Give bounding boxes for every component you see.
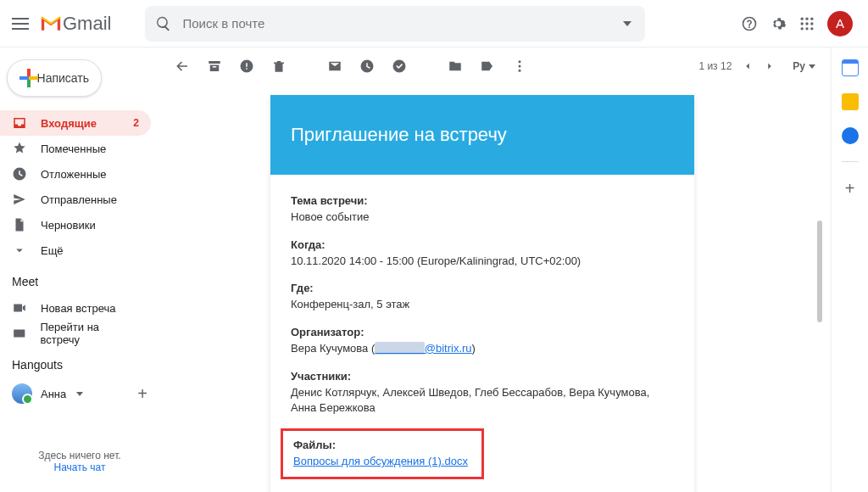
svg-point-4 (805, 22, 808, 25)
topic-value: Новое событие (291, 210, 370, 223)
meet-section-title: Meet (0, 263, 159, 295)
apps-icon[interactable] (798, 15, 815, 32)
compose-button[interactable]: Написать (7, 59, 102, 97)
sidebar-item-sent[interactable]: Отправленные (0, 187, 151, 212)
product-name: Gmail (63, 13, 111, 35)
when-label: Когда: (291, 238, 326, 251)
input-tools[interactable]: Ру (793, 60, 815, 72)
files-label: Файлы: (293, 439, 336, 451)
invite-title: Приглашение на встречу (270, 95, 694, 175)
tasks-addon-icon[interactable] (842, 127, 859, 144)
search-icon (155, 15, 172, 32)
sidebar-item-drafts[interactable]: Черновики (0, 212, 151, 238)
hangouts-empty: Здесь ничего нет. Начать чат (0, 450, 159, 473)
send-icon (12, 192, 27, 207)
participants-label: Участники: (291, 370, 351, 383)
clock-icon (12, 166, 27, 182)
delete-icon[interactable] (271, 59, 287, 74)
where-label: Где: (291, 282, 314, 294)
chevron-down-icon[interactable] (76, 392, 83, 396)
account-avatar[interactable]: А (827, 11, 853, 36)
inbox-count: 2 (133, 117, 139, 129)
sidebar-item-starred[interactable]: Помеченные (0, 136, 151, 161)
new-chat-icon[interactable]: + (137, 384, 147, 404)
sidebar-item-label: Входящие (41, 117, 97, 130)
pager: 1 из 12 (698, 60, 776, 72)
sidebar-item-label: Ещё (41, 244, 64, 257)
organizer-value: Вера Кучумова ( (291, 342, 375, 355)
meet-join-meeting[interactable]: Перейти на встречу (0, 321, 151, 346)
plus-icon (19, 69, 29, 87)
gmail-logo[interactable]: Gmail (39, 13, 111, 35)
sidebar-item-inbox[interactable]: Входящие 2 (0, 110, 151, 136)
sidebar-item-snoozed[interactable]: Отложенные (0, 161, 151, 187)
meet-item-label: Перейти на встречу (41, 321, 139, 346)
when-value: 10.11.2020 14:00 - 15:00 (Europe/Kalinin… (291, 254, 581, 267)
hangouts-section-title: Hangouts (0, 346, 159, 378)
settings-icon[interactable] (770, 15, 787, 32)
scrollbar[interactable] (817, 221, 822, 322)
star-icon (12, 141, 27, 156)
svg-point-8 (810, 27, 813, 30)
mark-unread-icon[interactable] (327, 59, 342, 74)
message-toolbar: 1 из 12 Ру (159, 48, 831, 85)
invite-card: Приглашение на встречу Тема встречи: Нов… (270, 95, 694, 492)
pager-text: 1 из 12 (698, 60, 732, 72)
prev-icon[interactable] (742, 60, 754, 72)
start-chat-link[interactable]: Начать чат (0, 461, 159, 473)
move-to-icon[interactable] (448, 59, 463, 74)
hangouts-user-name: Анна (41, 388, 66, 400)
search-bar[interactable] (145, 6, 645, 42)
meet-new-meeting[interactable]: Новая встреча (0, 295, 151, 321)
where-value: Конференц-зал, 5 этаж (291, 298, 409, 310)
chevron-down-icon (809, 64, 815, 69)
svg-point-1 (805, 17, 808, 20)
svg-point-9 (519, 60, 521, 63)
svg-point-6 (801, 27, 804, 30)
lang-label: Ру (793, 60, 805, 72)
file-icon (12, 217, 27, 232)
search-input[interactable] (172, 16, 635, 31)
sidebar-item-more[interactable]: Ещё (0, 238, 151, 263)
topic-label: Тема встречи: (291, 194, 368, 207)
archive-icon[interactable] (207, 59, 222, 74)
divider (842, 161, 859, 162)
search-options-icon[interactable] (623, 21, 632, 26)
svg-point-11 (519, 70, 521, 72)
menu-icon[interactable] (10, 14, 31, 34)
svg-point-7 (805, 27, 808, 30)
video-icon (12, 300, 27, 316)
organizer-label: Организатор: (291, 326, 364, 338)
more-icon[interactable] (512, 59, 527, 74)
keep-addon-icon[interactable] (842, 93, 859, 110)
add-task-icon[interactable] (392, 59, 407, 74)
svg-point-3 (801, 22, 804, 25)
content-area: 1 из 12 Ру Приглашение на встречу Тема в… (159, 48, 831, 492)
sidebar-item-label: Черновики (41, 219, 96, 232)
organizer-mail-link[interactable]: xxxxxxxxx@bitrix.ru (375, 342, 471, 355)
calendar-addon-icon[interactable] (842, 59, 859, 76)
gmail-m-icon (39, 15, 63, 32)
next-icon[interactable] (764, 60, 776, 72)
sidebar-item-label: Отправленные (41, 193, 117, 206)
back-icon[interactable] (175, 59, 190, 74)
meet-item-label: Новая встреча (41, 302, 116, 315)
attachment-link[interactable]: Вопросы для обсуждения (1).docx (293, 455, 468, 467)
get-addons-icon[interactable]: + (845, 179, 855, 198)
keyboard-icon (12, 326, 27, 341)
svg-point-0 (801, 17, 804, 20)
side-panel: + (831, 48, 868, 492)
labels-icon[interactable] (480, 59, 495, 74)
sidebar: Написать Входящие 2 Помеченные Отложенны… (0, 48, 159, 492)
help-icon[interactable] (741, 15, 758, 32)
inbox-icon (12, 115, 27, 131)
message-area: Приглашение на встречу Тема встречи: Нов… (159, 85, 831, 492)
compose-label: Написать (37, 71, 89, 85)
presence-avatar (12, 383, 32, 404)
sidebar-item-label: Помеченные (41, 143, 106, 155)
snooze-icon[interactable] (359, 59, 375, 74)
svg-point-2 (810, 17, 813, 20)
participants-value: Денис Котлярчук, Алексей Шведов, Глеб Бе… (291, 386, 649, 415)
hangouts-user-row[interactable]: Анна + (0, 378, 159, 409)
spam-icon[interactable] (239, 59, 254, 74)
